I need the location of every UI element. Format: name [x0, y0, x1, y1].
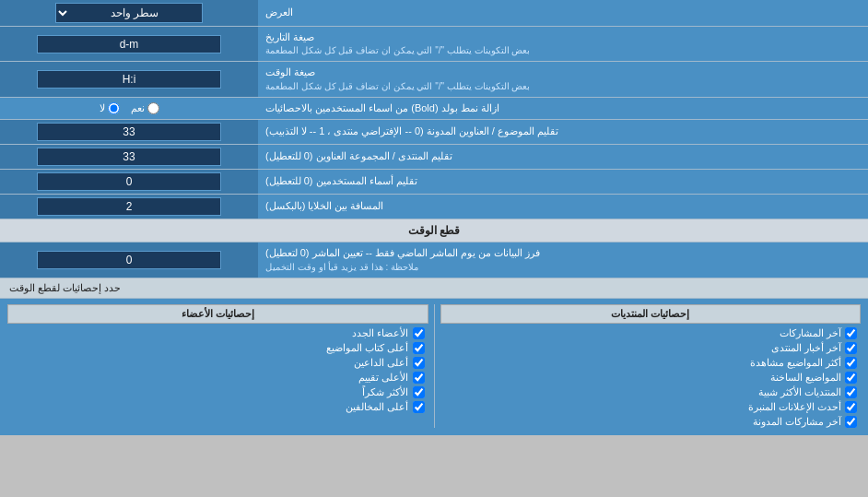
username-trim-label: تقليم أسماء المستخدمين (0 للتعطيل)	[258, 170, 868, 194]
topic-order-input-cell	[0, 120, 258, 144]
forum-order-input-cell	[0, 145, 258, 169]
cb-members-2-label: أعلى الداعين	[354, 357, 408, 369]
cb-members-5[interactable]	[413, 401, 425, 413]
bold-remove-no-label: لا	[100, 102, 120, 114]
list-item: المنتديات الأكثر شبية	[444, 386, 858, 398]
cb-posts-1[interactable]	[845, 342, 857, 354]
list-item: المواضيع الساخنة	[444, 372, 858, 384]
cb-posts-6-label: آخر مشاركات المدونة	[753, 416, 841, 428]
username-trim-input[interactable]	[37, 172, 221, 191]
cell-spacing-input-cell	[0, 195, 258, 219]
cutoff-section-header: قطع الوقت	[0, 219, 868, 243]
stats-posts-header: إحصائيات المنتديات	[440, 304, 862, 324]
cb-posts-3[interactable]	[845, 372, 857, 384]
stats-members-items: الأعضاء الجدد أعلى كتاب المواضيع أعلى ال…	[7, 327, 428, 413]
recent-filter-label: فرز البيانات من يوم الماشر الماضي فقط --…	[258, 243, 868, 277]
list-item: أعلى كتاب المواضيع	[11, 342, 425, 354]
date-format-input[interactable]	[37, 35, 221, 53]
list-item: أعلى الداعين	[11, 357, 425, 369]
bold-remove-yes-label: نعم	[131, 102, 159, 114]
stats-posts-col: إحصائيات المنتديات آخر المشاركات آخر أخب…	[440, 304, 862, 428]
cb-members-3[interactable]	[413, 372, 425, 384]
display-dropdown-cell: سطر واحد سطرين ثلاثة أسطر	[0, 0, 258, 26]
list-item: أعلى المخالفين	[11, 401, 425, 413]
checkboxes-section: إحصائيات المنتديات آخر المشاركات آخر أخب…	[0, 299, 868, 435]
cb-posts-0-label: آخر المشاركات	[780, 327, 841, 339]
cb-members-0-label: الأعضاء الجدد	[352, 327, 408, 339]
list-item: آخر أخبار المنتدى	[444, 342, 858, 354]
cb-posts-1-label: آخر أخبار المنتدى	[771, 342, 841, 354]
list-item: آخر مشاركات المدونة	[444, 416, 858, 428]
cb-members-2[interactable]	[413, 357, 425, 369]
cb-posts-5-label: أحدث الإعلانات المنبرة	[748, 401, 841, 413]
list-item: أحدث الإعلانات المنبرة	[444, 401, 858, 413]
date-format-label: صيغة التاريخ بعض التكوينات يتطلب "/" الت…	[258, 27, 868, 61]
username-trim-input-cell	[0, 170, 258, 194]
forum-order-label: تقليم المنتدى / المجموعة العناوين (0 للت…	[258, 145, 868, 169]
bold-remove-no-radio[interactable]	[108, 102, 120, 114]
date-format-input-cell	[0, 27, 258, 61]
recent-filter-input[interactable]	[37, 251, 221, 269]
header-label: العرض	[258, 0, 868, 26]
stats-members-header: إحصائيات الأعضاء	[7, 304, 428, 324]
bold-remove-radio-cell: نعم لا	[0, 98, 258, 119]
cb-members-1[interactable]	[413, 342, 425, 354]
time-format-input[interactable]	[37, 70, 221, 89]
cb-members-5-label: أعلى المخالفين	[346, 401, 408, 413]
cb-posts-4-label: المنتديات الأكثر شبية	[758, 386, 841, 398]
topic-order-label: تقليم الموضوع / العناوين المدونة (0 -- ا…	[258, 120, 868, 144]
list-item: الأعلى تقييم	[11, 372, 425, 384]
list-item: الأعضاء الجدد	[11, 327, 425, 339]
cb-posts-2-label: أكثر المواضيع مشاهدة	[750, 357, 841, 369]
topic-order-input[interactable]	[37, 123, 221, 141]
cb-posts-0[interactable]	[845, 327, 857, 339]
cb-members-4[interactable]	[413, 386, 425, 398]
cb-posts-4[interactable]	[845, 386, 857, 398]
list-item: أكثر المواضيع مشاهدة	[444, 357, 858, 369]
cell-spacing-input[interactable]	[37, 197, 221, 216]
cell-spacing-label: المسافة بين الخلايا (بالبكسل)	[258, 195, 868, 219]
cb-members-4-label: الأكثر شكراً	[362, 386, 408, 398]
cb-posts-2[interactable]	[845, 357, 857, 369]
display-dropdown[interactable]: سطر واحد سطرين ثلاثة أسطر	[55, 3, 203, 23]
cb-members-0[interactable]	[413, 327, 425, 339]
cb-posts-6[interactable]	[845, 416, 857, 428]
cb-posts-3-label: المواضيع الساخنة	[770, 372, 841, 384]
limit-section-row: حدد إحصائيات لقطع الوقت	[0, 278, 868, 299]
time-format-label: صيغة الوقت بعض التكوينات يتطلب "/" التي …	[258, 62, 868, 96]
stats-members-col: إحصائيات الأعضاء الأعضاء الجدد أعلى كتاب…	[7, 304, 428, 428]
bold-remove-yes-radio[interactable]	[147, 102, 159, 114]
recent-filter-input-cell	[0, 243, 258, 277]
col-divider	[434, 304, 435, 428]
time-format-input-cell	[0, 62, 258, 96]
list-item: آخر المشاركات	[444, 327, 858, 339]
cb-members-1-label: أعلى كتاب المواضيع	[326, 342, 408, 354]
bold-remove-label: ازالة نمط بولد (Bold) من اسماء المستخدمي…	[258, 98, 868, 119]
list-item: الأكثر شكراً	[11, 386, 425, 398]
cb-posts-5[interactable]	[845, 401, 857, 413]
cb-members-3-label: الأعلى تقييم	[358, 372, 408, 384]
forum-order-input[interactable]	[37, 148, 221, 166]
stats-posts-items: آخر المشاركات آخر أخبار المنتدى أكثر الم…	[440, 327, 862, 428]
